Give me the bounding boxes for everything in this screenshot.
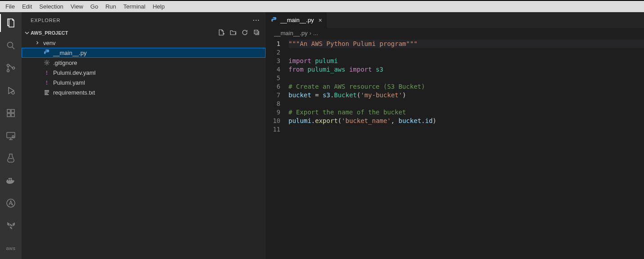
sidebar-title-row: EXPLORER ⋯ bbox=[22, 12, 266, 28]
code-line[interactable] bbox=[288, 125, 644, 134]
svg-marker-4 bbox=[9, 87, 14, 94]
svg-rect-9 bbox=[11, 109, 14, 113]
svg-point-3 bbox=[13, 67, 15, 69]
search-icon[interactable] bbox=[0, 38, 22, 53]
close-icon[interactable]: × bbox=[316, 17, 322, 24]
explorer-folder-name: AWS_PROJECT bbox=[31, 30, 68, 36]
run-debug-icon[interactable] bbox=[0, 83, 22, 98]
menu-selection[interactable]: Selection bbox=[36, 1, 67, 12]
svg-point-11 bbox=[12, 136, 14, 137]
menu-view[interactable]: View bbox=[67, 1, 87, 12]
terraform-icon[interactable] bbox=[0, 218, 22, 233]
file-label: requirements.txt bbox=[53, 89, 95, 96]
svg-rect-12 bbox=[7, 180, 8, 181]
extensions-icon[interactable] bbox=[0, 106, 22, 120]
new-file-icon[interactable] bbox=[218, 29, 225, 37]
file-label: Pulumi.dev.yaml bbox=[53, 69, 95, 76]
menu-help[interactable]: Help bbox=[149, 1, 168, 12]
line-number: 11 bbox=[266, 125, 280, 134]
line-number: 1 bbox=[266, 40, 280, 48]
file-gitignore[interactable]: .gitignore bbox=[22, 58, 266, 68]
breadcrumbs[interactable]: __main__.py › ... bbox=[266, 28, 644, 38]
code-area[interactable]: """An AWS Python Pulumi program"""import… bbox=[288, 38, 644, 259]
line-number: 6 bbox=[266, 82, 280, 91]
yaml-icon: ! bbox=[43, 79, 50, 86]
file-venv[interactable]: venv bbox=[22, 38, 266, 48]
svg-rect-6 bbox=[7, 109, 10, 113]
line-number: 8 bbox=[266, 100, 280, 108]
explorer-header-actions bbox=[218, 29, 264, 37]
line-number: 9 bbox=[266, 108, 280, 117]
line-number: 5 bbox=[266, 74, 280, 82]
new-folder-icon[interactable] bbox=[230, 29, 237, 37]
python-icon bbox=[43, 49, 50, 56]
yaml-icon: ! bbox=[43, 69, 50, 76]
editor-tabs: __main__.py× bbox=[266, 12, 644, 28]
svg-rect-7 bbox=[7, 114, 10, 117]
code-line[interactable] bbox=[288, 74, 644, 82]
svg-rect-15 bbox=[9, 178, 10, 179]
file-pulumi-dev-yaml[interactable]: !Pulumi.dev.yaml bbox=[22, 68, 266, 77]
explorer-folder-header[interactable]: AWS_PROJECT bbox=[22, 28, 266, 38]
code-line[interactable]: # Create an AWS resource (S3 Bucket) bbox=[288, 82, 644, 91]
menu-terminal[interactable]: Terminal bbox=[120, 1, 149, 12]
file-main-py[interactable]: __main__.py bbox=[22, 48, 266, 58]
scm-icon[interactable] bbox=[0, 61, 22, 75]
ansible-icon[interactable] bbox=[0, 196, 22, 210]
line-number: 2 bbox=[266, 48, 280, 57]
svg-point-5 bbox=[12, 91, 14, 94]
menu-file[interactable]: File bbox=[2, 1, 18, 12]
refresh-icon[interactable] bbox=[241, 29, 248, 37]
line-number: 7 bbox=[266, 91, 280, 100]
code-line[interactable]: pulumi.export('bucket_name', bucket.id) bbox=[288, 117, 644, 125]
docker-icon[interactable] bbox=[0, 173, 22, 188]
file-label: .gitignore bbox=[53, 59, 77, 66]
svg-rect-8 bbox=[11, 114, 14, 117]
chevron-right-icon: › bbox=[309, 30, 311, 36]
menu-edit[interactable]: Edit bbox=[18, 1, 36, 12]
menu-bar: FileEditSelectionViewGoRunTerminalHelp bbox=[0, 1, 644, 12]
tab--main-py[interactable]: __main__.py× bbox=[266, 12, 327, 28]
remote-explorer-icon[interactable] bbox=[0, 128, 22, 143]
testing-icon[interactable] bbox=[0, 151, 22, 165]
svg-rect-13 bbox=[9, 180, 10, 181]
file-pulumi-yaml[interactable]: !Pulumi.yaml bbox=[22, 77, 266, 87]
aws-icon[interactable]: aws bbox=[0, 241, 22, 255]
collapse-all-icon[interactable] bbox=[253, 29, 260, 37]
editor-group: __main__.py× __main__.py › ... 123456789… bbox=[266, 12, 644, 259]
svg-rect-16 bbox=[10, 178, 12, 179]
file-tree: venv__main__.py.gitignore!Pulumi.dev.yam… bbox=[22, 38, 266, 97]
gutter: 1234567891011 bbox=[266, 38, 288, 259]
tab-label: __main__.py bbox=[280, 17, 314, 23]
svg-point-2 bbox=[7, 70, 9, 72]
sidebar-more-icon[interactable]: ⋯ bbox=[252, 16, 260, 24]
code-line[interactable]: # Export the name of the bucket bbox=[288, 108, 644, 117]
svg-point-1 bbox=[7, 64, 9, 67]
code-line[interactable]: bucket = s3.Bucket('my-bucket') bbox=[288, 91, 644, 100]
file-label: __main__.py bbox=[53, 50, 86, 56]
line-number: 10 bbox=[266, 117, 280, 125]
code-line[interactable]: import pulumi bbox=[288, 57, 644, 65]
python-icon bbox=[270, 17, 278, 24]
text-file-icon bbox=[43, 89, 50, 96]
file-label: Pulumi.yaml bbox=[53, 79, 85, 86]
code-line[interactable]: from pulumi_aws import s3 bbox=[288, 65, 644, 74]
breadcrumb-file: __main__.py bbox=[274, 30, 307, 36]
chevron-down-icon bbox=[23, 29, 31, 36]
line-number: 3 bbox=[266, 57, 280, 65]
activity-bar: aws bbox=[0, 12, 22, 259]
sidebar-title: EXPLORER bbox=[31, 18, 60, 23]
explorer-icon[interactable] bbox=[0, 16, 22, 30]
svg-point-0 bbox=[8, 42, 13, 48]
code-line[interactable] bbox=[288, 100, 644, 108]
menu-run[interactable]: Run bbox=[102, 1, 120, 12]
gear-icon bbox=[43, 59, 50, 66]
file-label: venv bbox=[43, 40, 55, 46]
sidebar: EXPLORER ⋯ AWS_PROJECT venv__main__.py.g… bbox=[22, 12, 266, 259]
file-requirements-txt[interactable]: requirements.txt bbox=[22, 87, 266, 97]
svg-point-19 bbox=[46, 62, 48, 64]
menu-go[interactable]: Go bbox=[87, 1, 102, 12]
editor[interactable]: 1234567891011 """An AWS Python Pulumi pr… bbox=[266, 38, 644, 259]
code-line[interactable]: """An AWS Python Pulumi program""" bbox=[288, 40, 644, 48]
code-line[interactable] bbox=[288, 48, 644, 57]
